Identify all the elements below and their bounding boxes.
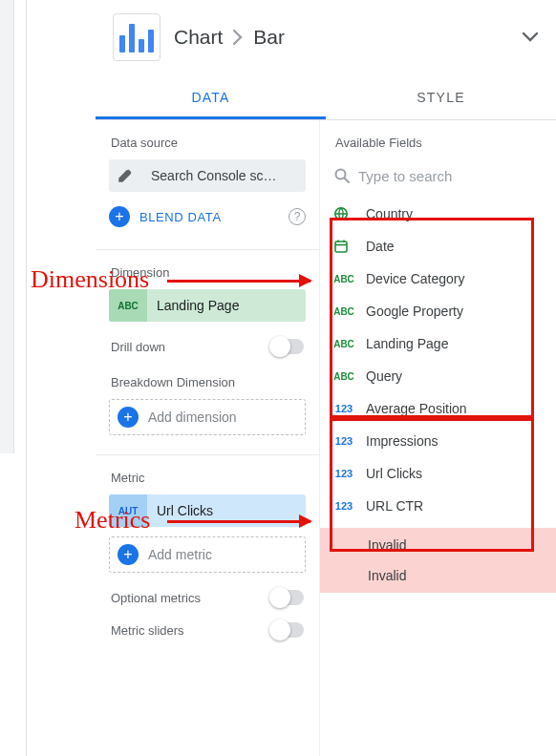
abc-icon: ABC	[333, 272, 354, 285]
drill-down-toggle[interactable]	[271, 339, 304, 354]
field-item[interactable]: 123URL CTR	[333, 490, 543, 522]
tab-data[interactable]: DATA	[96, 76, 326, 119]
annotation-metrics-label: Metrics	[75, 506, 150, 535]
chevron-right-icon	[232, 29, 244, 46]
invalid-field: Invalid	[320, 530, 556, 560]
123-icon: 123	[333, 467, 354, 480]
data-source-chip[interactable]: Search Console sc…	[109, 159, 306, 192]
invalid-field: Invalid	[320, 560, 556, 591]
data-source-title: Data source	[111, 136, 306, 150]
plus-icon: +	[118, 544, 139, 565]
field-label: Device Category	[366, 271, 465, 286]
dimension-chip-label: Landing Page	[157, 298, 239, 313]
plus-icon: +	[118, 407, 139, 428]
available-fields-title: Available Fields	[335, 136, 543, 150]
metric-title: Metric	[111, 471, 306, 485]
field-label: Google Property	[366, 304, 463, 319]
123-icon: 123	[333, 402, 354, 415]
field-item[interactable]: 123Average Position	[333, 392, 543, 425]
field-item[interactable]: ABCGoogle Property	[333, 295, 543, 327]
breadcrumb-root: Chart	[174, 26, 223, 49]
annotation-arrow	[167, 280, 310, 283]
field-label: Url Clicks	[366, 466, 422, 481]
abc-tag: ABC	[109, 289, 147, 322]
data-source-name: Search Console sc…	[151, 168, 296, 183]
abc-icon: ABC	[333, 369, 354, 383]
field-label: Date	[366, 239, 395, 254]
field-label: Impressions	[366, 433, 438, 449]
help-icon[interactable]: ?	[289, 208, 306, 225]
dimension-chip[interactable]: ABC Landing Page	[109, 289, 306, 322]
annotation-dimensions-label: Dimensions	[31, 265, 149, 294]
field-item[interactable]: ABCQuery	[333, 360, 543, 392]
123-icon: 123	[333, 434, 354, 448]
123-icon: 123	[333, 499, 354, 513]
bar-chart-icon[interactable]	[113, 13, 160, 61]
svg-rect-3	[335, 242, 347, 252]
drill-down-label: Drill down	[111, 340, 165, 354]
breadcrumb: Chart Bar	[174, 26, 508, 49]
abc-icon: ABC	[333, 337, 354, 350]
field-label: Country	[366, 206, 413, 221]
abc-icon: ABC	[333, 304, 354, 318]
globe-icon	[333, 206, 354, 221]
field-label: Query	[366, 368, 402, 384]
add-metric-label: Add metric	[148, 547, 212, 562]
add-metric-button[interactable]: + Add metric	[109, 536, 306, 573]
field-label: URL CTR	[366, 498, 423, 514]
breakdown-title: Breakdown Dimension	[111, 375, 306, 389]
blend-data-button[interactable]: BLEND DATA	[139, 210, 279, 224]
field-item[interactable]: 123Impressions	[333, 425, 543, 457]
pencil-icon	[109, 159, 141, 192]
field-label: Landing Page	[366, 336, 448, 351]
add-dimension-button[interactable]: + Add dimension	[109, 399, 306, 435]
add-dimension-label: Add dimension	[148, 410, 237, 425]
metric-sliders-toggle[interactable]	[271, 622, 304, 638]
chevron-down-icon[interactable]	[522, 32, 539, 43]
field-label: Average Position	[366, 401, 467, 416]
field-item[interactable]: Country	[333, 198, 543, 230]
field-item[interactable]: Date	[333, 230, 543, 262]
annotation-arrow	[167, 520, 310, 523]
optional-metrics-label: Optional metrics	[111, 591, 201, 605]
breadcrumb-leaf: Bar	[253, 26, 285, 49]
calendar-icon	[333, 239, 354, 254]
field-item[interactable]: ABCDevice Category	[333, 262, 543, 295]
plus-icon: +	[109, 206, 130, 227]
search-input[interactable]	[358, 168, 543, 184]
field-item[interactable]: ABCLanding Page	[333, 327, 543, 360]
search-icon	[333, 167, 351, 184]
metric-sliders-label: Metric sliders	[111, 623, 184, 638]
field-item[interactable]: 123Url Clicks	[333, 457, 543, 490]
svg-line-1	[345, 178, 350, 183]
optional-metrics-toggle[interactable]	[271, 590, 304, 605]
metric-chip-label: Url Clicks	[157, 503, 213, 518]
tab-style[interactable]: STYLE	[326, 76, 556, 119]
